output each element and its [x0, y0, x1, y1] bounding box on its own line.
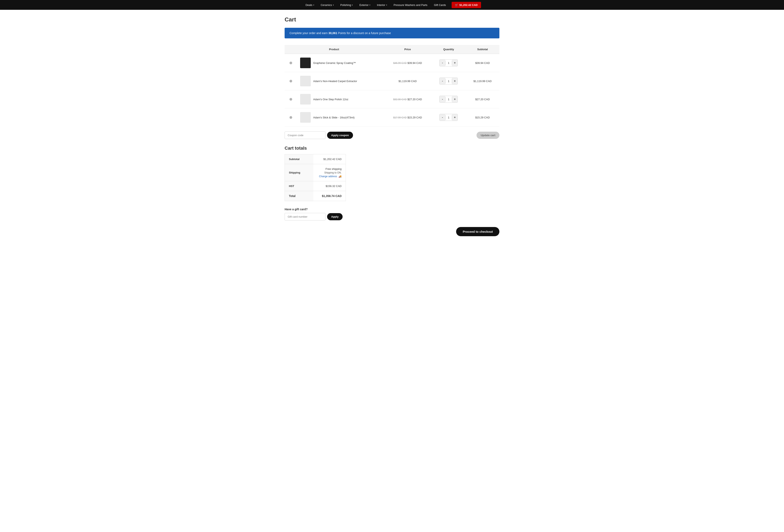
remove-item-button[interactable]: ⊗	[288, 96, 293, 102]
nav-item-interior[interactable]: Interior ▾	[374, 3, 389, 6]
hst-value: $156.32 CAD	[313, 181, 346, 191]
row-subtotal: $1,119.99 CAD	[466, 72, 499, 90]
col-price: Price	[384, 45, 431, 54]
remove-item-button[interactable]: ⊗	[288, 114, 293, 120]
quantity-decrease-button[interactable]: -	[440, 60, 445, 66]
original-price: $32.00 CAD	[393, 98, 407, 101]
coupon-row: Apply coupon Update cart	[285, 132, 499, 139]
nav-item-ceramics[interactable]: Ceramics ▾	[318, 3, 336, 6]
product-name: Adam's Non-Heated Carpet Extractor	[313, 80, 357, 83]
gift-card-heading: Have a gift card?	[285, 207, 499, 211]
sale-price: $27.20 CAD	[408, 98, 422, 101]
shipping-to-text: Shipping to ON.	[324, 171, 342, 174]
quantity-increase-button[interactable]: +	[452, 60, 457, 66]
cart-totals-heading: Cart totals	[285, 145, 499, 151]
row-subtotal: $15.29 CAD	[466, 108, 499, 127]
product-image	[300, 112, 311, 123]
total-row: Total $1,358.74 CAD	[285, 191, 346, 201]
row-subtotal: $27.20 CAD	[466, 90, 499, 108]
hst-row: HST $156.32 CAD	[285, 181, 346, 191]
chevron-down-icon: ▾	[313, 4, 314, 6]
totals-table: Subtotal $1,202.42 CAD Shipping Free shi…	[285, 154, 346, 201]
quantity-increase-button[interactable]: +	[452, 96, 457, 103]
quantity-decrease-button[interactable]: -	[440, 96, 445, 103]
quantity-display: 1	[445, 97, 452, 102]
chevron-down-icon: ▾	[333, 4, 334, 6]
update-cart-button[interactable]: Update cart	[477, 132, 499, 139]
nav-item-exterior[interactable]: Exterior ▾	[357, 3, 373, 6]
shipping-value: Free shipping	[317, 167, 342, 170]
table-row: ⊗Adam's Slick & Slide - 16oz(473ml)$17.9…	[285, 108, 499, 127]
sale-price: $15.29 CAD	[408, 116, 422, 119]
quantity-display: 1	[445, 61, 452, 65]
product-name: Adam's Slick & Slide - 16oz(473ml)	[313, 116, 355, 119]
product-image	[300, 76, 311, 86]
hst-label: HST	[285, 181, 313, 191]
cart-totals-section: Subtotal $1,202.42 CAD Shipping Free shi…	[285, 154, 499, 201]
quantity-decrease-button[interactable]: -	[440, 114, 445, 121]
quantity-display: 1	[445, 115, 452, 120]
total-label: Total	[285, 191, 313, 201]
row-subtotal: $39.94 CAD	[466, 54, 499, 72]
cart-table: Product Price Quantity Subtotal ⊗Graphen…	[285, 45, 499, 127]
nav-item-pressure-washers[interactable]: Pressure Washers and Parts	[391, 3, 430, 6]
original-price: $17.99 CAD	[393, 116, 407, 119]
nav-item-polishing[interactable]: Polishing ▾	[338, 3, 356, 6]
product-name: Adam's One Step Polish 12oz	[313, 98, 348, 101]
apply-coupon-button[interactable]: Apply coupon	[327, 132, 353, 139]
gift-card-input[interactable]	[285, 213, 326, 221]
navigation: Deals ▾ Ceramics ▾ Polishing ▾ Exterior …	[0, 0, 784, 10]
points-banner: Complete your order and earn 30,061 Poin…	[285, 28, 499, 38]
checkout-bottom: Proceed to checkout	[285, 227, 499, 236]
product-name: Graphene Ceramic Spray Coating™	[313, 61, 356, 64]
nav-item-gift-cards[interactable]: Gift Cards	[431, 3, 448, 6]
subtotal-label: Subtotal	[285, 154, 313, 164]
remove-item-button[interactable]: ⊗	[288, 60, 293, 66]
product-image	[300, 58, 311, 68]
chevron-down-icon: ▾	[386, 4, 387, 6]
cart-button[interactable]: 🛒 $1,202.42 CAD	[452, 2, 481, 8]
table-row: ⊗Adam's Non-Heated Carpet Extractor$1,11…	[285, 72, 499, 90]
col-product: Product	[285, 45, 384, 54]
shipping-label: Shipping	[285, 164, 313, 181]
subtotal-row: Subtotal $1,202.42 CAD	[285, 154, 346, 164]
quantity-decrease-button[interactable]: -	[440, 78, 445, 84]
gift-card-section: Have a gift card? Apply	[285, 207, 499, 221]
change-address-link[interactable]: Change address	[319, 175, 337, 178]
subtotal-value: $1,202.42 CAD	[313, 154, 346, 164]
nav-item-deals[interactable]: Deals ▾	[303, 3, 316, 6]
chevron-down-icon: ▾	[352, 4, 353, 6]
original-price: $46.99 CAD	[393, 62, 407, 64]
remove-item-button[interactable]: ⊗	[288, 78, 293, 84]
proceed-to-checkout-button[interactable]: Proceed to checkout	[456, 227, 499, 236]
col-subtotal: Subtotal	[466, 45, 499, 54]
table-row: ⊗Graphene Ceramic Spray Coating™$46.99 C…	[285, 54, 499, 72]
page-title: Cart	[285, 16, 499, 23]
cart-icon: 🛒	[455, 3, 458, 6]
apply-gift-card-button[interactable]: Apply	[327, 213, 343, 220]
coupon-input[interactable]	[285, 132, 326, 139]
main-content: Cart Complete your order and earn 30,061…	[280, 10, 504, 249]
sale-price: $1,119.99 CAD	[398, 80, 417, 83]
chevron-down-icon: ▾	[369, 4, 370, 6]
quantity-display: 1	[445, 79, 452, 84]
points-value: 30,061	[329, 31, 337, 35]
table-row: ⊗Adam's One Step Polish 12oz$32.00 CAD$2…	[285, 90, 499, 108]
quantity-increase-button[interactable]: +	[452, 78, 457, 84]
total-value: $1,358.74 CAD	[313, 191, 346, 201]
truck-icon: 🚚	[338, 175, 342, 178]
col-quantity: Quantity	[431, 45, 466, 54]
product-image	[300, 94, 311, 105]
shipping-row: Shipping Free shipping Shipping to ON. C…	[285, 164, 346, 181]
quantity-increase-button[interactable]: +	[452, 114, 457, 121]
sale-price: $39.94 CAD	[408, 61, 422, 64]
